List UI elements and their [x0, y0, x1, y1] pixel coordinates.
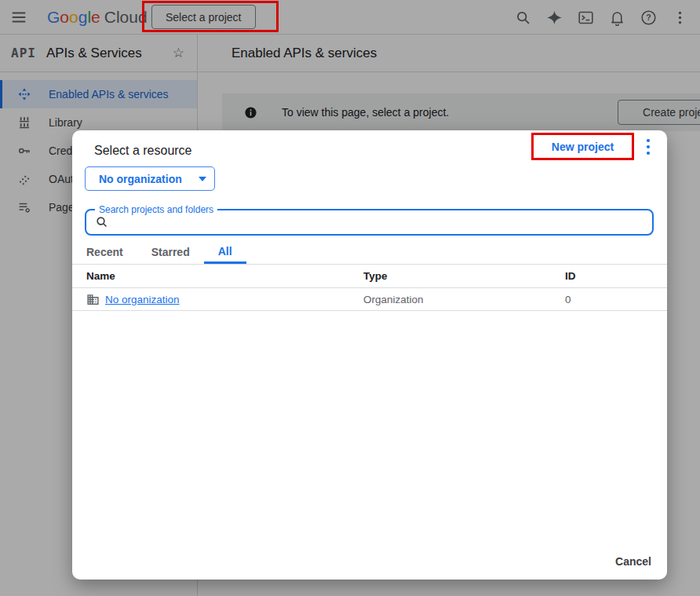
tab-recent[interactable]: Recent — [72, 240, 137, 264]
annotation-new-project: New project — [531, 133, 634, 160]
table-row[interactable]: No organization Organization 0 — [72, 288, 667, 310]
search-icon — [95, 215, 109, 229]
column-header-name: Name — [86, 270, 363, 282]
dialog-more-vert-icon[interactable] — [640, 137, 658, 157]
search-input[interactable] — [115, 212, 648, 232]
organization-dropdown[interactable]: No organization — [85, 166, 215, 191]
organization-icon — [86, 293, 100, 306]
gcp-console: GoogleCloud Select a project ? — [0, 0, 700, 596]
column-header-id: ID — [565, 270, 667, 282]
tab-all[interactable]: All — [204, 240, 246, 264]
dialog-title: Select a resource — [94, 144, 192, 158]
new-project-button[interactable]: New project — [534, 135, 632, 158]
table-header-row: Name Type ID — [72, 265, 667, 287]
search-field: Search projects and folders — [85, 209, 654, 236]
resource-id-cell: 0 — [565, 294, 667, 305]
resource-type-cell: Organization — [363, 294, 565, 305]
dialog-tabs: Recent Starred All — [72, 240, 246, 264]
resource-link[interactable]: No organization — [105, 294, 180, 305]
organization-dropdown-label: No organization — [99, 173, 182, 185]
cancel-button[interactable]: Cancel — [615, 555, 651, 568]
chevron-down-icon — [199, 177, 206, 181]
column-header-type: Type — [363, 270, 565, 282]
divider — [72, 310, 667, 311]
resource-name-cell: No organization — [86, 293, 363, 306]
tab-starred[interactable]: Starred — [137, 240, 204, 264]
select-resource-dialog: Select a resource New project No organiz… — [72, 130, 667, 580]
